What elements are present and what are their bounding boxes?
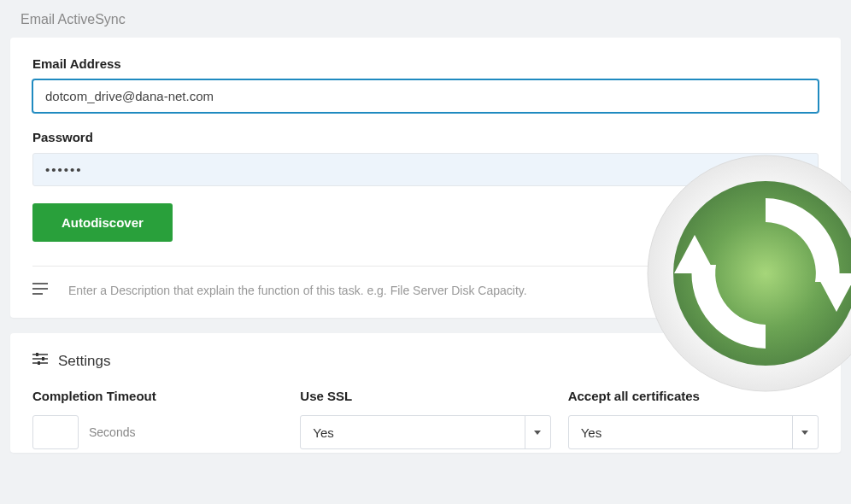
settings-card: Settings Completion Timeout Seconds Use … bbox=[10, 333, 841, 453]
svg-rect-1 bbox=[32, 288, 48, 290]
accept-certs-value: Yes bbox=[581, 425, 602, 440]
autodiscover-button[interactable]: Autodiscover bbox=[32, 203, 173, 242]
svg-rect-8 bbox=[38, 361, 40, 365]
svg-rect-2 bbox=[32, 293, 43, 295]
use-ssl-caret-icon bbox=[525, 416, 550, 448]
completion-timeout-col: Completion Timeout Seconds bbox=[32, 389, 283, 449]
settings-row: Completion Timeout Seconds Use SSL Yes A… bbox=[32, 389, 819, 449]
use-ssl-value: Yes bbox=[313, 425, 333, 440]
email-field-block: Email Address bbox=[32, 56, 819, 113]
accept-certs-label: Accept all certificates bbox=[568, 389, 819, 403]
email-label: Email Address bbox=[32, 56, 819, 71]
accept-certs-col: Accept all certificates Yes bbox=[568, 389, 819, 449]
password-label: Password bbox=[32, 130, 819, 144]
password-field-block: Password bbox=[32, 130, 819, 186]
description-row: Enter a Description that explain the fun… bbox=[32, 266, 819, 299]
timeout-input[interactable] bbox=[32, 415, 79, 449]
svg-rect-0 bbox=[32, 283, 48, 284]
page-title: Email ActiveSync bbox=[0, 0, 851, 38]
credentials-card: Email Address Password Autodiscover Ente… bbox=[10, 38, 841, 318]
svg-rect-6 bbox=[42, 357, 44, 360]
svg-rect-4 bbox=[36, 353, 38, 356]
settings-title: Settings bbox=[58, 353, 110, 370]
password-input[interactable] bbox=[32, 153, 819, 186]
timeout-group: Seconds bbox=[32, 415, 283, 449]
timeout-unit: Seconds bbox=[89, 425, 135, 439]
use-ssl-select[interactable]: Yes bbox=[300, 415, 550, 449]
description-placeholder[interactable]: Enter a Description that explain the fun… bbox=[68, 284, 527, 297]
settings-header: Settings bbox=[32, 352, 819, 370]
use-ssl-label: Use SSL bbox=[300, 389, 550, 403]
accept-certs-caret-icon bbox=[792, 416, 818, 448]
email-input[interactable] bbox=[32, 79, 819, 113]
completion-timeout-label: Completion Timeout bbox=[32, 389, 283, 403]
description-icon bbox=[32, 282, 50, 299]
sliders-icon bbox=[32, 352, 48, 370]
use-ssl-col: Use SSL Yes bbox=[300, 389, 550, 449]
accept-certs-select[interactable]: Yes bbox=[568, 415, 819, 449]
